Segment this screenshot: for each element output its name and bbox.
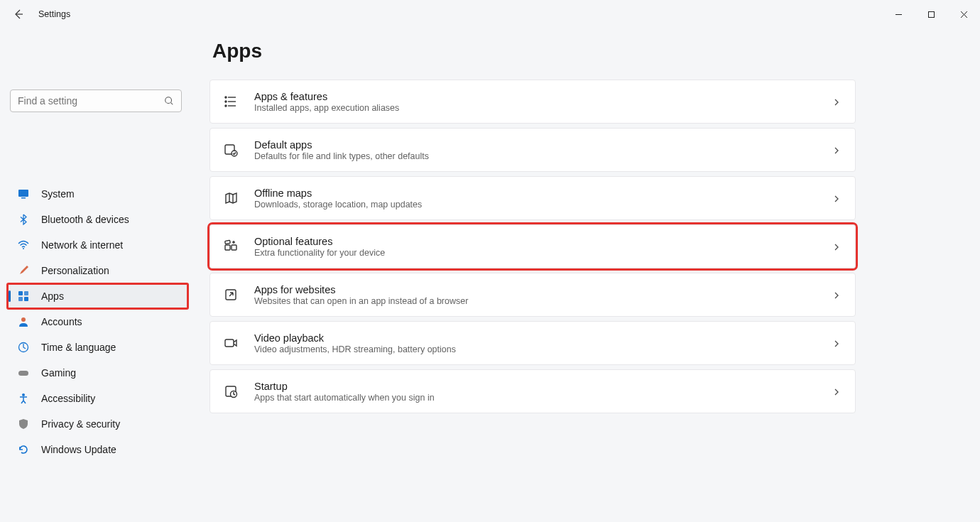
chevron-right-icon [832, 97, 842, 107]
sidebar-item-system[interactable]: System [7, 181, 188, 207]
chevron-right-icon [832, 386, 842, 396]
back-button[interactable] [10, 6, 27, 23]
add-feature-icon [223, 239, 239, 254]
maximize-button[interactable] [915, 3, 947, 26]
svg-rect-12 [24, 297, 28, 301]
sidebar-item-privacy[interactable]: Privacy & security [7, 411, 188, 437]
open-link-icon [223, 287, 239, 303]
wifi-icon [17, 239, 30, 251]
card-subtitle: Extra functionality for your device [254, 248, 832, 258]
search-icon [164, 96, 174, 106]
search-input[interactable] [18, 95, 164, 107]
sidebar-item-bluetooth[interactable]: Bluetooth & devices [7, 207, 188, 232]
gamepad-icon [17, 366, 30, 379]
svg-rect-6 [18, 190, 28, 197]
card-title: Video playback [254, 332, 832, 344]
update-icon [17, 443, 30, 456]
svg-rect-15 [18, 371, 28, 376]
card-optional-features[interactable]: Optional features Extra functionality fo… [209, 224, 856, 268]
bluetooth-icon [17, 213, 30, 226]
titlebar: Settings [0, 0, 980, 28]
svg-rect-34 [225, 339, 234, 347]
chevron-right-icon [832, 145, 842, 155]
card-title: Offline maps [254, 187, 832, 199]
card-title: Startup [254, 381, 832, 392]
sidebar: System Bluetooth & devices Network & int… [0, 28, 195, 522]
list-icon [223, 94, 239, 109]
paintbrush-icon [17, 264, 30, 277]
shield-icon [17, 418, 30, 430]
card-title: Default apps [254, 139, 832, 151]
video-icon [223, 335, 239, 351]
sidebar-item-label: Network & internet [41, 239, 123, 251]
chevron-right-icon [832, 290, 842, 300]
card-text: Video playback Video adjustments, HDR st… [254, 332, 832, 354]
sidebar-item-label: Accessibility [41, 393, 95, 404]
svg-point-25 [225, 105, 227, 107]
card-apps-for-websites[interactable]: Apps for websites Websites that can open… [209, 273, 856, 317]
card-text: Startup Apps that start automatically wh… [254, 381, 832, 403]
card-subtitle: Defaults for file and link types, other … [254, 151, 832, 161]
svg-rect-7 [21, 197, 26, 199]
sidebar-item-windows-update[interactable]: Windows Update [7, 437, 188, 462]
svg-point-4 [165, 97, 172, 104]
display-icon [17, 187, 30, 200]
svg-line-5 [171, 103, 173, 105]
card-video-playback[interactable]: Video playback Video adjustments, HDR st… [209, 321, 856, 365]
svg-point-23 [225, 97, 227, 98]
card-subtitle: Apps that start automatically when you s… [254, 393, 832, 403]
svg-rect-1 [928, 11, 934, 17]
sidebar-item-network[interactable]: Network & internet [7, 232, 188, 258]
chevron-right-icon [832, 193, 842, 203]
svg-point-24 [225, 101, 227, 102]
card-subtitle: Websites that can open in an app instead… [254, 296, 832, 306]
startup-icon [223, 384, 239, 399]
card-text: Offline maps Downloads, storage location… [254, 187, 832, 210]
sidebar-item-gaming[interactable]: Gaming [7, 360, 188, 386]
sidebar-item-label: Bluetooth & devices [41, 214, 129, 225]
card-title: Optional features [254, 236, 832, 247]
chevron-right-icon [832, 338, 842, 348]
main-panel: Apps Apps & features Installed apps, app… [195, 28, 870, 522]
card-text: Optional features Extra functionality fo… [254, 236, 832, 258]
card-title: Apps for websites [254, 284, 832, 295]
apps-icon [17, 290, 30, 303]
sidebar-item-label: Apps [41, 290, 64, 302]
card-default-apps[interactable]: Default apps Defaults for file and link … [209, 128, 856, 172]
card-offline-maps[interactable]: Offline maps Downloads, storage location… [209, 176, 856, 220]
svg-point-16 [22, 393, 25, 396]
minimize-button[interactable] [882, 3, 915, 26]
accessibility-icon [17, 392, 30, 405]
card-title: Apps & features [254, 91, 832, 102]
card-text: Apps for websites Websites that can open… [254, 284, 832, 306]
sidebar-item-label: Privacy & security [41, 418, 120, 430]
sidebar-item-accessibility[interactable]: Accessibility [7, 386, 188, 411]
card-apps-features[interactable]: Apps & features Installed apps, app exec… [209, 80, 856, 124]
card-text: Apps & features Installed apps, app exec… [254, 91, 832, 113]
svg-rect-30 [225, 240, 231, 244]
sidebar-item-label: System [41, 188, 75, 200]
sidebar-item-accounts[interactable]: Accounts [7, 309, 188, 335]
close-button[interactable] [947, 3, 980, 26]
svg-point-8 [23, 248, 24, 249]
search-box[interactable] [10, 89, 182, 112]
chevron-right-icon [832, 241, 842, 251]
globe-clock-icon [17, 341, 30, 354]
card-startup[interactable]: Startup Apps that start automatically wh… [209, 369, 856, 413]
card-subtitle: Video adjustments, HDR streaming, batter… [254, 344, 832, 354]
svg-point-13 [21, 317, 26, 322]
sidebar-item-personalization[interactable]: Personalization [7, 258, 188, 283]
sidebar-item-label: Personalization [41, 265, 109, 276]
card-text: Default apps Defaults for file and link … [254, 139, 832, 161]
page-title: Apps [212, 40, 856, 62]
window-controls [882, 3, 980, 26]
sidebar-item-label: Accounts [41, 316, 82, 327]
sidebar-item-time-language[interactable]: Time & language [7, 335, 188, 360]
window-title: Settings [38, 9, 70, 19]
sidebar-item-apps[interactable]: Apps [7, 283, 188, 309]
default-apps-icon [223, 142, 239, 158]
sidebar-item-label: Windows Update [41, 444, 116, 455]
sidebar-item-label: Gaming [41, 367, 76, 379]
svg-rect-28 [225, 245, 230, 250]
sidebar-nav: System Bluetooth & devices Network & int… [7, 181, 188, 462]
